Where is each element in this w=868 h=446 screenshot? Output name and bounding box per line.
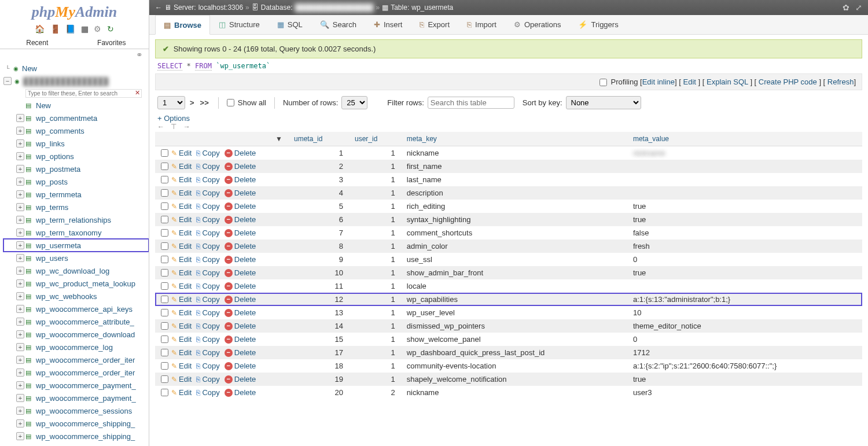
tab-export[interactable]: ⎘Export [411, 15, 458, 34]
crumb-server[interactable]: localhost:3306 [198, 3, 243, 12]
cell-umeta-id[interactable]: 8 [288, 239, 349, 253]
cell-meta-value[interactable] [627, 279, 862, 293]
edit-button[interactable]: ✎Edit [170, 175, 193, 184]
cell-meta-key[interactable]: shapely_welcome_notification [401, 373, 627, 386]
tree-table-wp_options[interactable]: +▤wp_options [3, 150, 149, 163]
delete-button[interactable]: −Delete [223, 149, 258, 157]
reload-icon[interactable]: ↻ [107, 24, 114, 34]
expand-icon[interactable]: + [16, 241, 24, 249]
copy-button[interactable]: ⎘Copy [194, 322, 221, 330]
delete-button[interactable]: −Delete [223, 388, 258, 397]
tree-table-wp_woocommerce_download[interactable]: +▤wp_woocommerce_download [3, 328, 149, 341]
row-checkbox[interactable] [161, 269, 168, 277]
cell-meta-value[interactable]: a:1:{s:13:"administrator";b:1;} [627, 293, 862, 306]
cell-user-id[interactable]: 1 [349, 239, 401, 253]
delete-button[interactable]: −Delete [223, 175, 258, 184]
cell-meta-key[interactable]: admin_color [401, 239, 627, 253]
cell-umeta-id[interactable]: 17 [288, 346, 349, 359]
cell-meta-value[interactable]: a:1:{s:2:"ip";s:21:"2600:6c40:7580:6077:… [627, 359, 862, 373]
tree-table-wp_users[interactable]: +▤wp_users [3, 252, 149, 264]
copy-button[interactable]: ⎘Copy [194, 215, 221, 224]
cell-user-id[interactable]: 1 [349, 146, 401, 160]
expand-icon[interactable]: + [16, 279, 24, 287]
edit-button[interactable]: ✎Edit [170, 255, 193, 264]
copy-button[interactable]: ⎘Copy [194, 362, 221, 370]
tab-search[interactable]: 🔍Search [311, 15, 365, 34]
expand-icon[interactable]: + [16, 407, 24, 415]
delete-button[interactable]: −Delete [223, 215, 258, 224]
clear-filter-icon[interactable]: ✕ [135, 89, 140, 97]
cell-user-id[interactable]: 1 [349, 279, 401, 293]
row-checkbox[interactable] [161, 202, 168, 210]
cell-user-id[interactable]: 1 [349, 173, 401, 186]
cell-meta-value[interactable]: theme_editor_notice [627, 319, 862, 333]
tree-table-wp_termmeta[interactable]: +▤wp_termmeta [3, 188, 149, 201]
cell-umeta-id[interactable]: 4 [288, 186, 349, 200]
cell-meta-value[interactable]: true [627, 266, 862, 279]
numrows-select[interactable]: 25 [341, 96, 367, 109]
cell-meta-value[interactable]: true [627, 373, 862, 386]
expand-icon[interactable]: + [16, 152, 24, 160]
edit-button[interactable]: ✎Edit [170, 149, 193, 157]
cell-umeta-id[interactable]: 1 [288, 146, 349, 160]
cell-meta-value[interactable] [627, 186, 862, 200]
edit-button[interactable]: ✎Edit [170, 228, 193, 237]
copy-button[interactable]: ⎘Copy [194, 162, 221, 171]
explain-sql-link[interactable]: Explain SQL [707, 78, 748, 86]
delete-button[interactable]: −Delete [223, 348, 258, 357]
cell-meta-value[interactable]: 0 [627, 333, 862, 346]
col-meta_value[interactable]: meta_value [627, 132, 862, 146]
expand-icon[interactable]: + [16, 305, 24, 313]
cell-meta-key[interactable]: rich_editing [401, 200, 627, 213]
copy-button[interactable]: ⎘Copy [194, 388, 221, 397]
edit-button[interactable]: ✎Edit [170, 322, 193, 330]
crumb-db[interactable]: ████████████████ [295, 3, 373, 12]
delete-button[interactable]: −Delete [223, 162, 258, 171]
cell-umeta-id[interactable]: 3 [288, 173, 349, 186]
cell-umeta-id[interactable]: 13 [288, 306, 349, 319]
options-toggle[interactable]: + Options [155, 112, 862, 123]
tree-table-wp_commentmeta[interactable]: +▤wp_commentmeta [3, 112, 149, 124]
delete-button[interactable]: −Delete [223, 375, 258, 384]
tree-table-wp_comments[interactable]: +▤wp_comments [3, 124, 149, 137]
cell-meta-key[interactable]: syntax_highlighting [401, 213, 627, 226]
docs-icon[interactable]: 📘 [65, 24, 75, 34]
expand-icon[interactable]: + [16, 330, 24, 338]
tree-table-wp_woocommerce_attribute_[interactable]: +▤wp_woocommerce_attribute_ [3, 315, 149, 328]
tab-structure[interactable]: ◫Structure [210, 15, 269, 34]
cell-meta-key[interactable]: use_ssl [401, 253, 627, 266]
expand-icon[interactable]: + [16, 139, 24, 148]
row-checkbox[interactable] [161, 389, 168, 396]
row-checkbox[interactable] [161, 296, 168, 303]
tree-table-wp_posts[interactable]: +▤wp_posts [3, 175, 149, 188]
edit-button[interactable]: ✎Edit [170, 295, 193, 304]
tab-sql[interactable]: ▦SQL [269, 15, 311, 34]
copy-button[interactable]: ⎘Copy [194, 149, 221, 157]
home-icon[interactable]: 🏠 [35, 24, 45, 34]
tree-table-wp_links[interactable]: +▤wp_links [3, 137, 149, 150]
copy-button[interactable]: ⎘Copy [194, 335, 221, 344]
favorites-tab[interactable]: Favorites [75, 37, 149, 49]
cell-meta-value[interactable]: fresh [627, 239, 862, 253]
cell-meta-value[interactable]: 10 [627, 306, 862, 319]
page-select[interactable]: 1 [157, 96, 185, 109]
tree-table-wp_wc_download_log[interactable]: +▤wp_wc_download_log [3, 264, 149, 277]
edit-inline-link[interactable]: Edit inline [642, 78, 675, 86]
delete-button[interactable]: −Delete [223, 335, 258, 344]
tree-filter-input[interactable] [25, 89, 142, 98]
row-checkbox[interactable] [161, 242, 168, 250]
row-checkbox[interactable] [161, 362, 168, 370]
col-umeta_id[interactable]: umeta_id [288, 132, 349, 146]
logo[interactable]: phpMyAdmin [0, 0, 149, 23]
expand-icon[interactable]: + [16, 432, 24, 440]
tree-table-wp_usermeta[interactable]: +▤wp_usermeta [3, 239, 149, 252]
link-icon[interactable]: ⚭ [0, 49, 149, 62]
show-all-checkbox[interactable] [227, 99, 234, 106]
tab-import[interactable]: ⎘Import [458, 15, 505, 34]
tree-table-wp_woocommerce_shipping_[interactable]: +▤wp_woocommerce_shipping_ [3, 417, 149, 430]
expand-icon[interactable]: + [16, 343, 24, 351]
cell-meta-key[interactable]: nickname [401, 146, 627, 160]
cell-meta-value[interactable]: true [627, 213, 862, 226]
copy-button[interactable]: ⎘Copy [194, 308, 221, 317]
copy-button[interactable]: ⎘Copy [194, 228, 221, 237]
